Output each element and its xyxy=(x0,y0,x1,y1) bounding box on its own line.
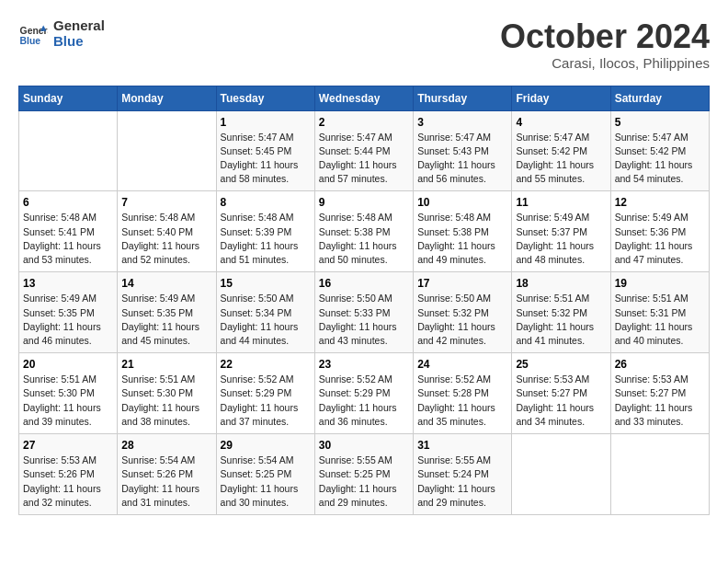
day-info: Sunrise: 5:52 AMSunset: 5:29 PMDaylight:… xyxy=(221,373,311,429)
day-number: 13 xyxy=(23,277,113,290)
calendar-cell xyxy=(512,434,610,515)
day-info: Sunrise: 5:55 AMSunset: 5:25 PMDaylight:… xyxy=(319,454,409,510)
calendar-cell: 23Sunrise: 5:52 AMSunset: 5:29 PMDayligh… xyxy=(314,353,413,434)
day-number: 26 xyxy=(615,358,705,371)
month-title: October 2024 xyxy=(500,18,710,55)
weekday-header-row: SundayMondayTuesdayWednesdayThursdayFrid… xyxy=(19,86,710,110)
calendar-cell: 19Sunrise: 5:51 AMSunset: 5:31 PMDayligh… xyxy=(610,272,709,353)
day-info: Sunrise: 5:54 AMSunset: 5:26 PMDaylight:… xyxy=(121,454,211,510)
calendar-cell: 29Sunrise: 5:54 AMSunset: 5:25 PMDayligh… xyxy=(216,434,314,515)
calendar-cell: 17Sunrise: 5:50 AMSunset: 5:32 PMDayligh… xyxy=(414,272,512,353)
day-info: Sunrise: 5:50 AMSunset: 5:33 PMDaylight:… xyxy=(319,292,409,348)
calendar-week-row: 1Sunrise: 5:47 AMSunset: 5:45 PMDaylight… xyxy=(19,110,710,191)
weekday-header: Wednesday xyxy=(314,86,413,110)
day-info: Sunrise: 5:47 AMSunset: 5:43 PMDaylight:… xyxy=(417,131,507,187)
calendar-cell: 1Sunrise: 5:47 AMSunset: 5:45 PMDaylight… xyxy=(216,110,314,191)
day-number: 25 xyxy=(516,358,606,371)
day-info: Sunrise: 5:51 AMSunset: 5:30 PMDaylight:… xyxy=(121,373,211,429)
weekday-header: Saturday xyxy=(610,86,709,110)
weekday-header: Sunday xyxy=(19,86,118,110)
calendar-cell: 30Sunrise: 5:55 AMSunset: 5:25 PMDayligh… xyxy=(314,434,413,515)
calendar-cell: 12Sunrise: 5:49 AMSunset: 5:36 PMDayligh… xyxy=(610,191,709,272)
calendar-cell: 5Sunrise: 5:47 AMSunset: 5:42 PMDaylight… xyxy=(610,110,709,191)
calendar-cell: 18Sunrise: 5:51 AMSunset: 5:32 PMDayligh… xyxy=(512,272,610,353)
title-block: October 2024 Carasi, Ilocos, Philippines xyxy=(500,18,710,71)
day-number: 18 xyxy=(516,277,606,290)
calendar-cell: 7Sunrise: 5:48 AMSunset: 5:40 PMDaylight… xyxy=(118,191,216,272)
day-number: 4 xyxy=(516,116,606,129)
day-number: 2 xyxy=(319,116,409,129)
day-info: Sunrise: 5:49 AMSunset: 5:35 PMDaylight:… xyxy=(23,292,113,348)
day-number: 31 xyxy=(417,439,507,452)
logo-general: General xyxy=(53,18,105,34)
day-info: Sunrise: 5:48 AMSunset: 5:40 PMDaylight:… xyxy=(121,211,211,267)
day-number: 17 xyxy=(417,277,507,290)
day-number: 30 xyxy=(319,439,409,452)
calendar-cell: 25Sunrise: 5:53 AMSunset: 5:27 PMDayligh… xyxy=(512,353,610,434)
day-number: 6 xyxy=(23,196,113,209)
day-info: Sunrise: 5:52 AMSunset: 5:28 PMDaylight:… xyxy=(417,373,507,429)
calendar-cell xyxy=(19,110,118,191)
day-number: 14 xyxy=(121,277,211,290)
day-number: 1 xyxy=(221,116,311,129)
logo-blue: Blue xyxy=(53,34,105,50)
day-info: Sunrise: 5:48 AMSunset: 5:38 PMDaylight:… xyxy=(319,211,409,267)
weekday-header: Tuesday xyxy=(216,86,314,110)
calendar-week-row: 13Sunrise: 5:49 AMSunset: 5:35 PMDayligh… xyxy=(19,272,710,353)
calendar-cell: 8Sunrise: 5:48 AMSunset: 5:39 PMDaylight… xyxy=(216,191,314,272)
day-number: 7 xyxy=(121,196,211,209)
calendar-cell: 15Sunrise: 5:50 AMSunset: 5:34 PMDayligh… xyxy=(216,272,314,353)
day-info: Sunrise: 5:48 AMSunset: 5:38 PMDaylight:… xyxy=(417,211,507,267)
day-number: 20 xyxy=(23,358,113,371)
day-number: 9 xyxy=(319,196,409,209)
calendar-cell: 6Sunrise: 5:48 AMSunset: 5:41 PMDaylight… xyxy=(19,191,118,272)
calendar-cell: 28Sunrise: 5:54 AMSunset: 5:26 PMDayligh… xyxy=(118,434,216,515)
day-info: Sunrise: 5:55 AMSunset: 5:24 PMDaylight:… xyxy=(417,454,507,510)
calendar-week-row: 27Sunrise: 5:53 AMSunset: 5:26 PMDayligh… xyxy=(19,434,710,515)
calendar-table: SundayMondayTuesdayWednesdayThursdayFrid… xyxy=(18,86,710,515)
day-number: 8 xyxy=(221,196,311,209)
day-info: Sunrise: 5:53 AMSunset: 5:26 PMDaylight:… xyxy=(23,454,113,510)
calendar-week-row: 6Sunrise: 5:48 AMSunset: 5:41 PMDaylight… xyxy=(19,191,710,272)
calendar-cell: 2Sunrise: 5:47 AMSunset: 5:44 PMDaylight… xyxy=(314,110,413,191)
weekday-header: Friday xyxy=(512,86,610,110)
location: Carasi, Ilocos, Philippines xyxy=(500,55,710,71)
day-info: Sunrise: 5:49 AMSunset: 5:37 PMDaylight:… xyxy=(516,211,606,267)
day-info: Sunrise: 5:47 AMSunset: 5:45 PMDaylight:… xyxy=(221,131,311,187)
calendar-cell: 10Sunrise: 5:48 AMSunset: 5:38 PMDayligh… xyxy=(414,191,512,272)
day-info: Sunrise: 5:47 AMSunset: 5:42 PMDaylight:… xyxy=(615,131,705,187)
day-info: Sunrise: 5:53 AMSunset: 5:27 PMDaylight:… xyxy=(615,373,705,429)
day-info: Sunrise: 5:54 AMSunset: 5:25 PMDaylight:… xyxy=(221,454,311,510)
calendar-cell: 20Sunrise: 5:51 AMSunset: 5:30 PMDayligh… xyxy=(19,353,118,434)
day-number: 5 xyxy=(615,116,705,129)
day-number: 3 xyxy=(417,116,507,129)
day-info: Sunrise: 5:48 AMSunset: 5:41 PMDaylight:… xyxy=(23,211,113,267)
calendar-cell: 27Sunrise: 5:53 AMSunset: 5:26 PMDayligh… xyxy=(19,434,118,515)
day-info: Sunrise: 5:49 AMSunset: 5:35 PMDaylight:… xyxy=(121,292,211,348)
calendar-cell: 14Sunrise: 5:49 AMSunset: 5:35 PMDayligh… xyxy=(118,272,216,353)
calendar-cell: 31Sunrise: 5:55 AMSunset: 5:24 PMDayligh… xyxy=(414,434,512,515)
weekday-header: Thursday xyxy=(414,86,512,110)
day-number: 27 xyxy=(23,439,113,452)
day-number: 19 xyxy=(615,277,705,290)
svg-text:Blue: Blue xyxy=(20,36,41,46)
day-number: 10 xyxy=(417,196,507,209)
day-info: Sunrise: 5:53 AMSunset: 5:27 PMDaylight:… xyxy=(516,373,606,429)
calendar-cell xyxy=(610,434,709,515)
day-info: Sunrise: 5:50 AMSunset: 5:34 PMDaylight:… xyxy=(221,292,311,348)
logo-icon: General Blue xyxy=(18,19,48,49)
day-number: 15 xyxy=(221,277,311,290)
calendar-cell: 9Sunrise: 5:48 AMSunset: 5:38 PMDaylight… xyxy=(314,191,413,272)
calendar-cell: 26Sunrise: 5:53 AMSunset: 5:27 PMDayligh… xyxy=(610,353,709,434)
day-info: Sunrise: 5:49 AMSunset: 5:36 PMDaylight:… xyxy=(615,211,705,267)
day-info: Sunrise: 5:51 AMSunset: 5:31 PMDaylight:… xyxy=(615,292,705,348)
logo: General Blue General Blue xyxy=(18,18,105,49)
day-number: 22 xyxy=(221,358,311,371)
day-info: Sunrise: 5:51 AMSunset: 5:30 PMDaylight:… xyxy=(23,373,113,429)
calendar-cell: 22Sunrise: 5:52 AMSunset: 5:29 PMDayligh… xyxy=(216,353,314,434)
day-number: 21 xyxy=(121,358,211,371)
day-info: Sunrise: 5:48 AMSunset: 5:39 PMDaylight:… xyxy=(221,211,311,267)
day-number: 11 xyxy=(516,196,606,209)
calendar-cell: 24Sunrise: 5:52 AMSunset: 5:28 PMDayligh… xyxy=(414,353,512,434)
day-number: 23 xyxy=(319,358,409,371)
